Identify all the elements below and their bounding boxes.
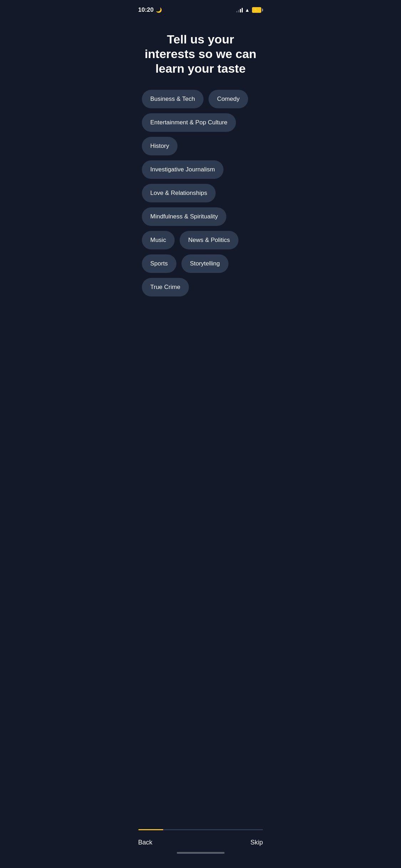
main-content: Tell us your interests so we can learn y… — [131, 18, 270, 304]
tag-love-relationships[interactable]: Love & Relationships — [142, 184, 216, 202]
moon-icon: 🌙 — [156, 7, 162, 13]
battery-lightning-icon: ⚡ — [253, 8, 259, 12]
status-icons: ▲ ⚡ — [236, 7, 263, 13]
tag-comedy[interactable]: Comedy — [209, 90, 248, 108]
tag-sports[interactable]: Sports — [142, 254, 176, 273]
wifi-icon: ▲ — [245, 7, 250, 13]
tag-news-politics[interactable]: News & Politics — [180, 231, 238, 249]
tag-storytelling[interactable]: Storytelling — [181, 254, 228, 273]
tag-true-crime[interactable]: True Crime — [142, 278, 189, 296]
battery-tip — [262, 9, 263, 11]
tags-container: Business & TechComedyEntertainment & Pop… — [142, 90, 259, 296]
tag-music[interactable]: Music — [142, 231, 175, 249]
tag-mindfulness-spirituality[interactable]: Mindfulness & Spirituality — [142, 207, 227, 226]
tag-entertainment-pop-culture[interactable]: Entertainment & Pop Culture — [142, 113, 236, 132]
signal-icon — [236, 7, 243, 12]
status-time: 10:20 🌙 — [138, 6, 162, 14]
tag-history[interactable]: History — [142, 137, 178, 155]
page-title: Tell us your interests so we can learn y… — [142, 32, 259, 76]
status-bar: 10:20 🌙 ▲ ⚡ — [131, 0, 270, 18]
tag-investigative-journalism[interactable]: Investigative Journalism — [142, 160, 223, 179]
time-display: 10:20 — [138, 6, 154, 14]
battery-icon: ⚡ — [252, 7, 261, 13]
tag-business-tech[interactable]: Business & Tech — [142, 90, 204, 108]
